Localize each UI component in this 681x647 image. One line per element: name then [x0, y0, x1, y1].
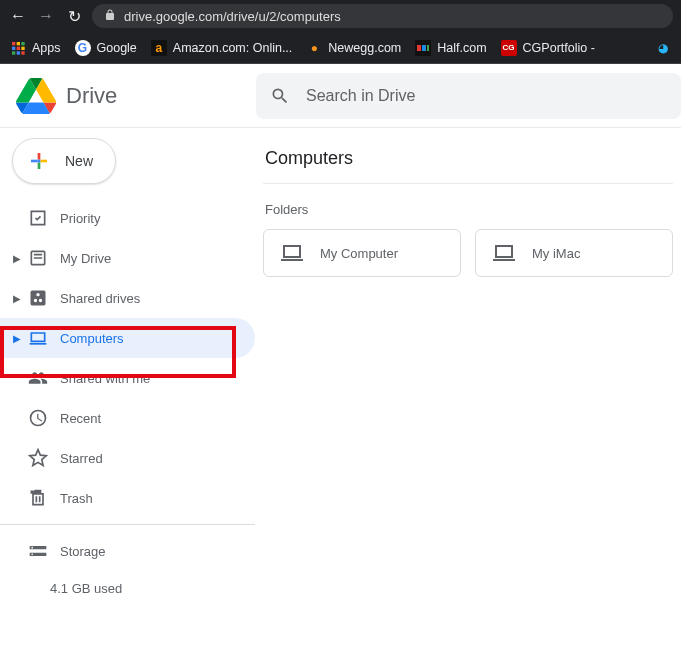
sidebar-item-label: Starred — [60, 451, 103, 466]
svg-rect-12 — [427, 45, 429, 51]
bookmark-apps[interactable]: Apps — [10, 40, 61, 56]
sidebar-item-label: Priority — [60, 211, 100, 226]
folder-my-imac[interactable]: My iMac — [475, 229, 673, 277]
lock-icon — [104, 9, 116, 23]
expand-icon[interactable]: ▶ — [10, 293, 24, 304]
svg-rect-2 — [21, 42, 24, 45]
recent-icon — [28, 408, 48, 428]
shared-drives-icon — [28, 288, 48, 308]
expand-icon[interactable]: ▶ — [10, 253, 24, 264]
bookmark-label: CGPortfolio - — [523, 41, 595, 55]
svg-rect-10 — [417, 45, 421, 51]
sidebar-item-computers[interactable]: ▶ Computers — [0, 318, 255, 358]
search-placeholder: Search in Drive — [306, 87, 415, 105]
computers-icon — [28, 328, 48, 348]
amazon-icon: a — [151, 40, 167, 56]
content-area: New Priority ▶ My Drive ▶ — [0, 128, 681, 647]
google-icon: G — [75, 40, 91, 56]
extension-icon[interactable]: ◕ — [655, 40, 671, 56]
sidebar-item-shared-with-me[interactable]: Shared with me — [0, 358, 255, 398]
bookmark-cgportfolio[interactable]: CG CGPortfolio - — [501, 40, 595, 56]
search-icon — [270, 86, 290, 106]
sidebar-item-storage[interactable]: Storage — [0, 531, 255, 571]
bookmark-newegg[interactable]: ● Newegg.com — [306, 40, 401, 56]
storage-used-text: 4.1 GB used — [0, 581, 255, 596]
svg-rect-6 — [12, 51, 15, 54]
reload-button[interactable]: ↻ — [64, 7, 84, 26]
sidebar-item-trash[interactable]: Trash — [0, 478, 255, 518]
new-button-label: New — [65, 153, 93, 169]
bookmark-label: Apps — [32, 41, 61, 55]
browser-chrome: ← → ↻ drive.google.com/drive/u/2/compute… — [0, 0, 681, 64]
cg-icon: CG — [501, 40, 517, 56]
back-button[interactable]: ← — [8, 7, 28, 25]
search-wrap: Search in Drive — [256, 73, 681, 119]
folder-label: My Computer — [320, 246, 398, 261]
logo-area[interactable]: Drive — [0, 76, 256, 116]
forward-button[interactable]: → — [36, 7, 56, 25]
folder-my-computer[interactable]: My Computer — [263, 229, 461, 277]
svg-rect-1 — [17, 42, 20, 45]
svg-point-15 — [31, 554, 33, 556]
half-icon — [415, 40, 431, 56]
svg-rect-5 — [21, 46, 24, 49]
page-title: Computers — [263, 142, 673, 184]
svg-rect-4 — [17, 46, 20, 49]
sidebar-item-priority[interactable]: Priority — [0, 198, 255, 238]
svg-rect-0 — [12, 42, 15, 45]
new-button[interactable]: New — [12, 138, 116, 184]
svg-rect-3 — [12, 46, 15, 49]
main-panel: Computers Folders My Computer My iMac — [255, 128, 681, 647]
bookmarks-bar: Apps G Google a Amazon.com: Onlin... ● N… — [0, 32, 681, 64]
plus-icon — [27, 149, 51, 173]
url-text: drive.google.com/drive/u/2/computers — [124, 9, 341, 24]
bookmark-half[interactable]: Half.com — [415, 40, 486, 56]
app-header: Drive Search in Drive — [0, 64, 681, 128]
svg-rect-7 — [17, 51, 20, 54]
svg-rect-11 — [422, 45, 426, 51]
bookmark-label: Newegg.com — [328, 41, 401, 55]
mydrive-icon — [28, 248, 48, 268]
address-bar-row: ← → ↻ drive.google.com/drive/u/2/compute… — [0, 0, 681, 32]
product-name: Drive — [66, 83, 117, 109]
sidebar-item-label: Shared with me — [60, 371, 150, 386]
newegg-icon: ● — [306, 40, 322, 56]
starred-icon — [28, 448, 48, 468]
shared-icon — [28, 368, 48, 388]
sidebar-item-label: Trash — [60, 491, 93, 506]
search-input[interactable]: Search in Drive — [256, 73, 681, 119]
bookmark-label: Amazon.com: Onlin... — [173, 41, 293, 55]
sidebar-item-label: Recent — [60, 411, 101, 426]
sidebar: New Priority ▶ My Drive ▶ — [0, 128, 255, 647]
sidebar-item-label: My Drive — [60, 251, 111, 266]
sidebar-item-label: Storage — [60, 544, 106, 559]
sidebar-item-shared-drives[interactable]: ▶ Shared drives — [0, 278, 255, 318]
sidebar-item-mydrive[interactable]: ▶ My Drive — [0, 238, 255, 278]
sidebar-item-label: Computers — [60, 331, 124, 346]
folders-row: My Computer My iMac — [263, 229, 673, 277]
omnibox[interactable]: drive.google.com/drive/u/2/computers — [92, 4, 673, 28]
trash-icon — [28, 488, 48, 508]
apps-icon — [10, 40, 26, 56]
laptop-icon — [280, 241, 304, 265]
bookmark-amazon[interactable]: a Amazon.com: Onlin... — [151, 40, 293, 56]
drive-logo-icon — [16, 76, 56, 116]
sidebar-separator — [0, 524, 255, 525]
svg-rect-13 — [38, 160, 41, 163]
bookmark-google[interactable]: G Google — [75, 40, 137, 56]
priority-icon — [28, 208, 48, 228]
laptop-icon — [492, 241, 516, 265]
expand-icon[interactable]: ▶ — [10, 333, 24, 344]
svg-point-14 — [31, 547, 33, 549]
bookmark-label: Google — [97, 41, 137, 55]
sidebar-item-recent[interactable]: Recent — [0, 398, 255, 438]
folder-label: My iMac — [532, 246, 580, 261]
sidebar-item-starred[interactable]: Starred — [0, 438, 255, 478]
svg-rect-8 — [21, 51, 24, 54]
storage-icon — [28, 541, 48, 561]
sidebar-item-label: Shared drives — [60, 291, 140, 306]
sidebar-list: Priority ▶ My Drive ▶ Shared drives ▶ — [0, 198, 255, 571]
section-label: Folders — [265, 202, 673, 217]
bookmark-label: Half.com — [437, 41, 486, 55]
